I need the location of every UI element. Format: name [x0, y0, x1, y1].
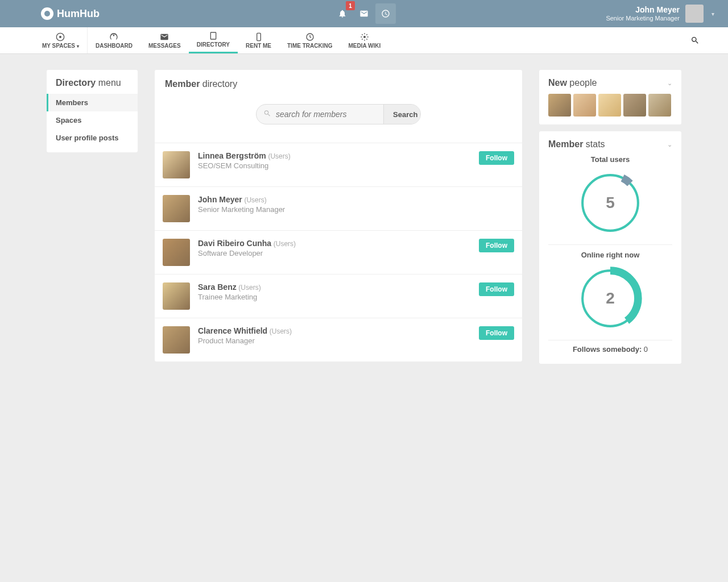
member-row: John Meyer (Users) Senior Marketing Mana…: [155, 186, 522, 230]
sidebar-item-profile-posts[interactable]: User profile posts: [47, 129, 138, 147]
user-role: Senior Marketing Manager: [606, 15, 680, 22]
new-people-panel: New people ⌄: [539, 70, 681, 124]
avatar[interactable]: [163, 326, 190, 354]
search-button[interactable]: Search: [383, 105, 421, 124]
search-icon: [263, 110, 271, 119]
nav-label: MEDIA WIKI: [348, 43, 380, 49]
member-title: SEO/SEM Consulting: [198, 161, 471, 170]
member-name[interactable]: Davi Ribeiro Cunha: [198, 239, 271, 248]
avatar[interactable]: [598, 94, 621, 117]
total-users-label: Total users: [548, 155, 672, 164]
nav-directory[interactable]: DIRECTORY: [189, 27, 238, 53]
brand-text: HumHub: [57, 8, 100, 20]
sidebar-item-spaces[interactable]: Spaces: [47, 111, 138, 129]
member-search-input[interactable]: [257, 105, 383, 124]
nav-label: DIRECTORY: [197, 41, 230, 48]
sidebar-item-members[interactable]: Members: [47, 94, 138, 111]
follows-somebody: Follows somebody: 0: [548, 340, 672, 356]
search-icon: [690, 36, 700, 45]
nav-media-wiki[interactable]: MEDIA WIKI: [340, 27, 388, 53]
nav-label: MY SPACES: [42, 43, 75, 49]
member-list: Linnea Bergström (Users) SEO/SEM Consult…: [155, 143, 522, 361]
avatar[interactable]: [623, 94, 646, 117]
nav-label: DASHBOARD: [96, 43, 133, 49]
member-row: Sara Benz (Users) Trainee Marketing Foll…: [155, 274, 522, 318]
nav-my-spaces[interactable]: MY SPACES▾: [34, 27, 88, 53]
member-info: Clarence Whitfield (Users) Product Manag…: [198, 326, 471, 345]
topbar-actions: 1: [332, 3, 396, 24]
avatar[interactable]: [163, 195, 190, 222]
member-title: Product Manager: [198, 336, 471, 345]
follow-button[interactable]: Follow: [479, 282, 514, 296]
follow-button[interactable]: Follow: [479, 151, 514, 165]
user-avatar: [685, 5, 704, 23]
new-people-avatars: [548, 94, 672, 117]
member-title: Trainee Marketing: [198, 293, 471, 301]
member-name[interactable]: Linnea Bergström: [198, 151, 266, 160]
user-name: John Meyer: [606, 5, 680, 15]
member-group: (Users): [268, 152, 290, 160]
member-group: (Users): [238, 284, 260, 292]
member-row: Clarence Whitfield (Users) Product Manag…: [155, 318, 522, 361]
member-info: John Meyer (Users) Senior Marketing Mana…: [198, 195, 514, 214]
clock-icon[interactable]: [375, 3, 396, 24]
member-group: (Users): [244, 196, 266, 204]
avatar[interactable]: [648, 94, 671, 117]
mail-icon[interactable]: [354, 3, 374, 24]
member-search-area: Search: [155, 94, 522, 143]
svg-point-0: [59, 36, 61, 38]
online-now-value: 2: [606, 289, 615, 307]
member-name[interactable]: John Meyer: [198, 195, 242, 204]
member-group: (Users): [274, 240, 296, 248]
avatar[interactable]: [573, 94, 596, 117]
main-nav: MY SPACES▾ DASHBOARD MESSAGES DIRECTORY …: [0, 27, 728, 54]
panel-title: Member stats: [548, 139, 605, 149]
nav-time-tracking[interactable]: TIME TRACKING: [279, 27, 340, 53]
avatar[interactable]: [163, 239, 190, 266]
svg-point-3: [363, 36, 366, 38]
nav-label: TIME TRACKING: [287, 43, 332, 49]
nav-dashboard[interactable]: DASHBOARD: [88, 27, 140, 53]
panel-title: Member directory: [155, 70, 522, 94]
directory-sidebar: Directory menu Members Spaces User profi…: [47, 70, 138, 152]
member-directory-panel: Member directory Search Linnea Bergström…: [155, 70, 522, 361]
nav-messages[interactable]: MESSAGES: [140, 27, 189, 53]
member-stats-panel: Member stats ⌄ Total users 5 Online righ…: [539, 131, 681, 364]
caret-down-icon: ▾: [712, 11, 714, 17]
member-name[interactable]: Sara Benz: [198, 282, 237, 292]
avatar[interactable]: [163, 151, 190, 178]
online-now-label: Online right now: [548, 251, 672, 259]
brand-logo[interactable]: HumHub: [41, 7, 100, 20]
online-now-donut: 2: [578, 266, 643, 331]
notifications-icon[interactable]: 1: [332, 3, 353, 24]
user-menu[interactable]: John Meyer Senior Marketing Manager ▾: [606, 5, 714, 23]
nav-search[interactable]: [679, 27, 711, 53]
member-row: Davi Ribeiro Cunha (Users) Software Deve…: [155, 230, 522, 274]
nav-label: MESSAGES: [148, 43, 181, 49]
member-info: Sara Benz (Users) Trainee Marketing: [198, 282, 471, 301]
avatar[interactable]: [548, 94, 571, 117]
chevron-down-icon[interactable]: ⌄: [667, 141, 672, 148]
page-container: Directory menu Members Spaces User profi…: [34, 54, 694, 380]
sidebar-title: Directory menu: [47, 70, 138, 94]
member-row: Linnea Bergström (Users) SEO/SEM Consult…: [155, 143, 522, 186]
chevron-down-icon[interactable]: ⌄: [667, 80, 672, 87]
total-users-donut: 5: [578, 171, 643, 235]
total-users-value: 5: [606, 194, 615, 212]
nav-label: RENT ME: [246, 43, 271, 49]
follow-button[interactable]: Follow: [479, 326, 514, 340]
topbar: HumHub 1 John Meyer Senior Marketing Man…: [0, 0, 728, 27]
avatar[interactable]: [163, 282, 190, 310]
caret-down-icon: ▾: [77, 44, 79, 49]
member-info: Linnea Bergström (Users) SEO/SEM Consult…: [198, 151, 471, 170]
search-box: Search: [256, 104, 421, 124]
follow-button[interactable]: Follow: [479, 239, 514, 252]
user-text: John Meyer Senior Marketing Manager: [606, 5, 680, 22]
member-group: (Users): [270, 327, 292, 335]
panel-title: New people: [548, 78, 597, 88]
member-name[interactable]: Clarence Whitfield: [198, 326, 267, 335]
nav-rent-me[interactable]: RENT ME: [238, 27, 279, 53]
member-title: Senior Marketing Manager: [198, 205, 514, 214]
member-title: Software Developer: [198, 249, 471, 257]
main-content: Member directory Search Linnea Bergström…: [155, 70, 522, 361]
